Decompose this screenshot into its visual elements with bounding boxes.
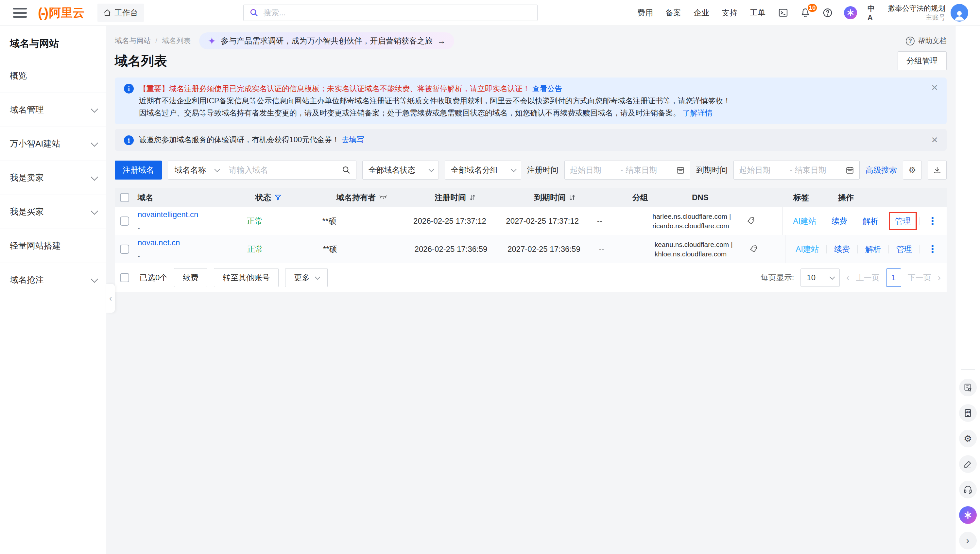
prev-page-button[interactable]: 上一页 xyxy=(856,272,880,283)
reg-time-range-picker[interactable]: 起始日期 - 结束日期 xyxy=(565,161,690,180)
search-icon[interactable] xyxy=(342,166,356,175)
domain-search-input[interactable] xyxy=(224,166,342,175)
notification-bell-icon[interactable]: 10 xyxy=(800,7,811,19)
action-resolve[interactable]: 解析 xyxy=(861,244,885,255)
avatar[interactable] xyxy=(951,4,968,22)
exp-end-date[interactable]: 结束日期 xyxy=(795,165,843,175)
username: 撒奉公守法的规划 xyxy=(888,4,945,13)
sidebar-item-domain-manage[interactable]: 域名管理 xyxy=(0,93,106,127)
tag-icon[interactable] xyxy=(746,217,755,225)
terminal-icon[interactable] xyxy=(777,7,789,19)
ai-assistant-icon[interactable] xyxy=(959,506,977,524)
more-actions-button[interactable]: 更多 xyxy=(285,268,328,287)
domain-link[interactable]: novai.net.cn xyxy=(138,238,180,247)
close-icon[interactable]: ✕ xyxy=(931,83,938,93)
sidebar-item-buyer[interactable]: 我是买家 xyxy=(0,195,106,229)
chevron-down-icon xyxy=(428,166,434,172)
global-search-input[interactable] xyxy=(263,8,531,18)
select-all-checkbox[interactable] xyxy=(120,193,129,202)
advanced-search-link[interactable]: 高级搜索 xyxy=(865,165,897,175)
view-announcement-link[interactable]: 查看公告 xyxy=(532,84,562,93)
domain-remark: - xyxy=(138,224,140,232)
workbench-button[interactable]: 工作台 xyxy=(97,3,144,22)
action-resolve[interactable]: 解析 xyxy=(858,216,883,226)
reg-end-date[interactable]: 结束日期 xyxy=(625,165,674,175)
rail-expand-chevron-icon[interactable]: › xyxy=(959,532,977,549)
action-ai-website[interactable]: AI建站 xyxy=(789,216,821,226)
action-manage[interactable]: 管理 xyxy=(891,216,915,226)
sidebar-item-domain-backorder[interactable]: 域名抢注 xyxy=(0,263,106,297)
sort-icon[interactable] xyxy=(469,194,476,201)
help-doc-link[interactable]: ? 帮助文档 xyxy=(906,36,947,46)
help-icon[interactable] xyxy=(822,7,834,19)
breadcrumb-root[interactable]: 域名与网站 xyxy=(115,36,151,46)
sidebar-item-overview[interactable]: 概览 xyxy=(0,59,106,93)
fill-survey-link[interactable]: 去填写 xyxy=(342,135,364,144)
action-renew[interactable]: 续费 xyxy=(830,244,854,255)
nav-support[interactable]: 支持 xyxy=(722,8,737,18)
register-domain-button[interactable]: 注册域名 xyxy=(115,161,162,180)
nav-billing[interactable]: 费用 xyxy=(637,8,653,18)
nav-tickets[interactable]: 工单 xyxy=(750,8,765,18)
row-checkbox[interactable] xyxy=(120,245,129,254)
global-search[interactable] xyxy=(243,5,538,21)
status-filter-select[interactable]: 全部域名状态 xyxy=(362,161,439,180)
transfer-account-button[interactable]: 转至其他账号 xyxy=(214,268,278,287)
divider xyxy=(886,217,886,225)
per-page-select[interactable]: 10 xyxy=(800,269,840,287)
calendar-icon xyxy=(846,166,854,174)
group-manage-button[interactable]: 分组管理 xyxy=(897,51,947,70)
sidebar-item-ai-website[interactable]: 万小智AI建站 xyxy=(0,127,106,161)
next-page-chevron-icon[interactable]: › xyxy=(938,272,941,283)
ai-assistant-icon[interactable] xyxy=(844,6,857,19)
more-actions-icon[interactable]: ⋮ xyxy=(923,244,942,254)
support-headset-icon[interactable] xyxy=(959,481,977,498)
col-group: 分组 xyxy=(632,192,692,203)
reg-start-date[interactable]: 起始日期 xyxy=(570,165,618,175)
batch-renew-button[interactable]: 续费 xyxy=(174,268,207,287)
translate-icon[interactable]: 中A xyxy=(867,7,879,19)
group-filter-select[interactable]: 全部域名分组 xyxy=(445,161,521,180)
exp-start-date[interactable]: 起始日期 xyxy=(739,165,787,175)
tag-icon[interactable] xyxy=(749,245,758,253)
nav-enterprise[interactable]: 企业 xyxy=(694,8,709,18)
close-icon[interactable]: ✕ xyxy=(931,135,938,145)
domain-link[interactable]: novaintelligent.cn xyxy=(138,210,198,219)
feedback-pencil-icon[interactable] xyxy=(959,455,977,473)
sort-icon[interactable] xyxy=(569,194,576,201)
export-download-button[interactable] xyxy=(928,161,947,180)
aliyun-logo[interactable]: (-) 阿里云 xyxy=(38,5,84,21)
settings-gear-icon[interactable]: ⚙ xyxy=(959,430,977,447)
svg-text:APP: APP xyxy=(965,411,970,414)
filter-funnel-icon[interactable] xyxy=(274,194,282,201)
reg-time-cell: 2026-02-25 17:37:12 xyxy=(413,217,506,226)
sidebar-collapse-handle[interactable]: ‹ xyxy=(106,283,115,313)
promo-banner[interactable]: 参与产品需求调研，成为万小智共创伙伴，开启营销获客之旅 → xyxy=(199,32,454,49)
info-icon: i xyxy=(124,135,134,145)
prev-page-chevron-icon[interactable]: ‹ xyxy=(846,272,849,283)
info-icon: i xyxy=(124,84,134,94)
app-download-icon[interactable]: APP xyxy=(959,404,977,422)
column-settings-button[interactable]: ⚙ xyxy=(903,161,922,180)
orders-icon[interactable] xyxy=(959,379,977,396)
search-type-select[interactable]: 域名名称 xyxy=(168,165,224,175)
nav-icp[interactable]: 备案 xyxy=(665,8,681,18)
action-manage[interactable]: 管理 xyxy=(892,244,916,255)
row-checkbox[interactable] xyxy=(120,217,129,226)
learn-more-link[interactable]: 了解详情 xyxy=(682,108,713,117)
current-page-button[interactable]: 1 xyxy=(886,269,901,287)
more-actions-icon[interactable]: ⋮ xyxy=(923,216,942,226)
next-page-button[interactable]: 下一页 xyxy=(908,272,931,283)
exp-time-range-picker[interactable]: 起始日期 - 结束日期 xyxy=(733,161,860,180)
eye-closed-icon[interactable] xyxy=(379,195,388,200)
account-info[interactable]: 撒奉公守法的规划 主账号 xyxy=(888,4,945,22)
sidebar-item-seller[interactable]: 我是卖家 xyxy=(0,161,106,195)
sidebar-item-lightweight-site[interactable]: 轻量网站搭建 xyxy=(0,229,106,263)
exp-time-cell: 2027-02-25 17:36:59 xyxy=(508,245,599,254)
promo-text: 参与产品需求调研，成为万小智共创伙伴，开启营销获客之旅 xyxy=(221,36,433,46)
footer-select-all-checkbox[interactable] xyxy=(120,273,129,282)
action-renew[interactable]: 续费 xyxy=(827,216,851,226)
domain-search-group: 域名名称 xyxy=(168,161,356,180)
action-ai-website[interactable]: AI建站 xyxy=(791,244,823,255)
hamburger-menu-icon[interactable] xyxy=(13,7,27,18)
